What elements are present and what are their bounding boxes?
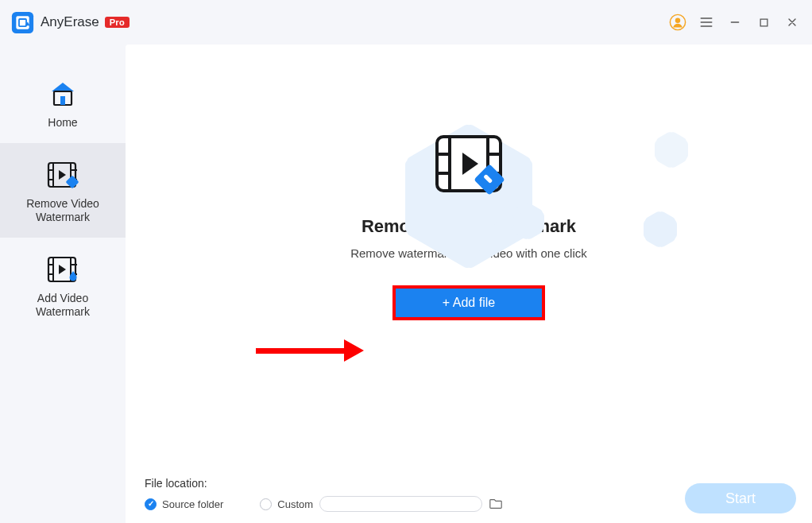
sidebar: Home Remove Video Watermark <box>0 45 126 523</box>
custom-folder-label: Custom <box>277 498 313 510</box>
sidebar-item-home[interactable]: Home <box>0 62 126 143</box>
svg-point-5 <box>675 18 680 23</box>
content-panel: Remove Video Watermark Remove watermark … <box>126 45 812 523</box>
svg-marker-14 <box>59 265 66 274</box>
sidebar-item-label: Remove Video Watermark <box>26 197 99 225</box>
svg-marker-11 <box>59 170 66 180</box>
decoration-hexagon <box>644 219 677 239</box>
sidebar-item-add-video-watermark[interactable]: Add Video Watermark <box>0 238 126 332</box>
svg-rect-9 <box>60 96 65 105</box>
source-folder-label: Source folder <box>162 498 223 510</box>
home-icon <box>48 78 77 110</box>
svg-rect-6 <box>760 19 768 26</box>
app-title: AnyErase <box>41 14 99 30</box>
source-folder-radio[interactable] <box>145 498 157 510</box>
video-droplet-icon <box>47 254 79 285</box>
add-file-button[interactable]: + Add file <box>396 289 542 317</box>
account-icon[interactable] <box>669 14 686 31</box>
hero: Remove Video Watermark Remove watermark … <box>126 45 812 471</box>
menu-icon[interactable] <box>698 14 715 31</box>
video-erase-icon <box>47 159 79 191</box>
svg-marker-7 <box>52 83 74 91</box>
custom-folder-radio[interactable] <box>260 498 272 510</box>
app-logo-icon <box>11 11 34 34</box>
decoration-hexagon <box>511 211 544 231</box>
sidebar-item-label: Add Video Watermark <box>36 292 90 320</box>
browse-folder-icon[interactable] <box>489 498 503 510</box>
sidebar-item-label: Home <box>48 116 77 130</box>
pro-badge: Pro <box>105 17 130 28</box>
close-icon[interactable] <box>783 14 801 31</box>
start-button[interactable]: Start <box>685 483 796 513</box>
decoration-hexagon <box>655 140 688 160</box>
video-erase-large-icon <box>432 132 505 196</box>
custom-path-input[interactable] <box>319 496 482 512</box>
minimize-icon[interactable] <box>726 14 744 31</box>
sidebar-item-remove-video-watermark[interactable]: Remove Video Watermark <box>0 143 126 238</box>
maximize-icon[interactable] <box>755 14 772 31</box>
